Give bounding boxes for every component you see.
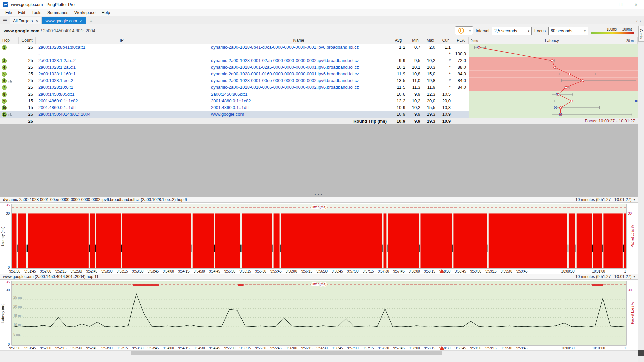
col-header-max[interactable]: Max: [423, 37, 438, 44]
ip-cell[interactable]: 2a00:1028:8b41:d0ca::1: [36, 44, 208, 51]
name-cell[interactable]: 2a00:1450:805d::1: [208, 91, 389, 98]
min-cell: 10,8: [408, 71, 423, 77]
hop-row-2[interactable]: -*100,0: [0, 51, 638, 57]
menu-help[interactable]: Help: [98, 10, 113, 15]
ip-cell[interactable]: 2001:4860:0:1::1c82: [36, 98, 208, 104]
ip-cell[interactable]: 2a00:1028:1:2a5::1: [36, 64, 208, 71]
avg-cell: 10,9: [389, 111, 408, 118]
avg-cell: 11,9: [389, 71, 408, 77]
name-cell[interactable]: dynamic-2a00-1028-0001-02a5-0000-0000-00…: [208, 57, 389, 64]
name-cell[interactable]: www.google.com: [208, 111, 389, 118]
menu-tools[interactable]: Tools: [29, 10, 44, 15]
ip-cell[interactable]: -: [36, 51, 208, 57]
focus-select[interactable]: 60 seconds ▾: [548, 27, 588, 35]
menu-edit[interactable]: Edit: [15, 10, 29, 15]
name-cell[interactable]: 2001:4860:0:1::1c82: [208, 98, 389, 104]
restore-button[interactable]: ❐: [613, 0, 628, 9]
hop-number-badge: 3: [2, 58, 7, 63]
latency-cell: [469, 77, 638, 84]
hop-row-7[interactable]: 7252a00:1028:10:6::2dynamic-2a00-1028-00…: [0, 84, 638, 91]
timeline-plot-hop11[interactable]: 25 ms20 ms15 ms10 ms5 msJitter (ms)35300…: [0, 280, 638, 350]
col-header-cur[interactable]: Cur: [438, 37, 453, 44]
col-header-latency[interactable]: 0 ms Latency 20 ms: [469, 37, 638, 44]
ip-cell[interactable]: 2a00:1028:1:160::1: [36, 71, 208, 77]
latency-gradient-bar: [591, 32, 634, 34]
range-dropdown-icon[interactable]: ▾: [633, 198, 635, 201]
name-cell[interactable]: 2001:4860:0:1::1dff: [208, 104, 389, 111]
pl-cell: 72,0: [453, 57, 469, 64]
col-header-hop[interactable]: Hop: [0, 37, 19, 44]
alerts-panel-tab[interactable]: Alerts: [638, 26, 644, 42]
menu-workspace[interactable]: Workspace: [71, 10, 98, 15]
tab-list-icon[interactable]: ☰: [0, 17, 10, 24]
round-trip-row: 26 Round Trip (ms) 10,9 9,9 19,3 10,9 Fo…: [0, 118, 638, 124]
svg-text:9:54:30: 9:54:30: [194, 269, 205, 273]
interval-select[interactable]: 2,5 seconds ▾: [492, 27, 532, 35]
timeline-plot-hop6[interactable]: Jitter (ms)3530030Latency (ms)Packet Los…: [0, 203, 638, 274]
minimize-button[interactable]: –: [597, 0, 613, 9]
ip-cell[interactable]: 2a00:1028:10:6::2: [36, 84, 208, 91]
svg-text:9:55:45: 9:55:45: [270, 346, 282, 350]
svg-text:9:56:45: 9:56:45: [332, 269, 343, 273]
col-header-pl[interactable]: PL%: [453, 37, 469, 44]
hop-row-9[interactable]: 9152001:4860:0:1::1c822001:4860:0:1::1c8…: [0, 98, 638, 104]
svg-text:9:53:30: 9:53:30: [132, 346, 144, 350]
tab-all-targets[interactable]: All Targets ✕: [10, 17, 42, 24]
name-cell[interactable]: dynamic-2a00-1028-0001-0160-0000-0000-00…: [208, 71, 389, 77]
col-header-ip[interactable]: IP: [36, 37, 208, 44]
ip-cell[interactable]: 2a00:1028:1:2a5::2: [36, 57, 208, 64]
graph-range-label: 10 minutes (9:51:27 - 10:01:27): [575, 197, 631, 202]
target-ip: 2a00:1450:4014:801::2004: [43, 28, 95, 33]
svg-text:9:57:00: 9:57:00: [347, 346, 359, 350]
hop-row-4[interactable]: 4252a00:1028:1:2a5::1dynamic-2a00-1028-0…: [0, 64, 638, 71]
scrollbar-thumb[interactable]: [131, 351, 442, 355]
svg-text:9:57:30: 9:57:30: [378, 269, 389, 273]
close-tab-icon[interactable]: ✕: [35, 19, 38, 23]
menu-file[interactable]: File: [2, 10, 15, 15]
splitter[interactable]: ●●●: [0, 124, 638, 197]
count-cell: 15: [19, 104, 36, 111]
focus-label: Focus: [534, 28, 546, 33]
col-header-avg[interactable]: Avg: [389, 37, 408, 44]
name-cell[interactable]: dynamic-2a00-1028-0001-02a5-0000-0000-00…: [208, 64, 389, 71]
hop-row-10[interactable]: 10152001:4860:0:1::1dff2001:4860:0:1::1d…: [0, 104, 638, 111]
col-header-min[interactable]: Min: [408, 37, 423, 44]
new-tab-button[interactable]: +: [87, 17, 95, 24]
name-cell[interactable]: [208, 51, 389, 57]
avg-cell: 10,6: [389, 91, 408, 98]
col-header-count[interactable]: Count: [19, 37, 36, 44]
hop-row-5[interactable]: 5252a00:1028:1:160::1dynamic-2a00-1028-0…: [0, 71, 638, 77]
hop-row-3[interactable]: 3252a00:1028:1:2a5::2dynamic-2a00-1028-0…: [0, 57, 638, 64]
col-header-name[interactable]: Name: [208, 37, 389, 44]
pl-cell: [453, 91, 469, 98]
range-dropdown-icon[interactable]: ▾: [633, 275, 635, 278]
ip-cell[interactable]: 2a00:1028:1:ee::2: [36, 77, 208, 84]
latency-cell: [469, 104, 638, 111]
ip-cell[interactable]: 2001:4860:0:1::1dff: [36, 104, 208, 111]
svg-text:9:56:15: 9:56:15: [301, 269, 313, 273]
min-cell: 9,9: [408, 91, 423, 98]
tab-www-google-com[interactable]: www.google.com ✓: [42, 17, 87, 24]
menu-summaries[interactable]: Summaries: [44, 10, 71, 15]
pause-button[interactable]: [455, 26, 467, 35]
svg-text:5 ms: 5 ms: [13, 333, 21, 336]
close-button[interactable]: ✕: [628, 0, 644, 9]
svg-text:9:58:45: 9:58:45: [455, 269, 466, 273]
hop-row-1[interactable]: 1262a00:1028:8b41:d0ca::1dynamic-2a00-10…: [0, 44, 638, 51]
name-cell[interactable]: dynamic-2a00-1028-0010-0006-0000-0000-00…: [208, 84, 389, 91]
pl-cell: 84,0: [453, 71, 469, 77]
ip-cell[interactable]: 2a00:1450:4014:801::2004: [36, 111, 208, 118]
scroll-tabs-right-icon[interactable]: ›: [640, 18, 641, 23]
focus-value: 60 seconds: [551, 28, 572, 33]
splitter-grip-icon[interactable]: ●●●: [314, 193, 324, 196]
hop-row-8[interactable]: 8262a00:1450:805d::12a00:1450:805d::110,…: [0, 91, 638, 98]
hop-row-11[interactable]: 11262a00:1450:4014:801::2004www.google.c…: [0, 111, 638, 118]
hop-cell: 8: [0, 91, 19, 98]
ip-cell[interactable]: 2a00:1450:805d::1: [36, 91, 208, 98]
name-cell[interactable]: dynamic-2a00-1028-0001-00ee-0000-0000-00…: [208, 77, 389, 84]
hop-row-6[interactable]: 6252a00:1028:1:ee::2dynamic-2a00-1028-00…: [0, 77, 638, 84]
horizontal-scrollbar[interactable]: [0, 350, 638, 356]
scroll-tabs-left-icon[interactable]: ‹: [636, 18, 637, 23]
pause-dropdown-icon[interactable]: ▾: [467, 26, 473, 35]
name-cell[interactable]: dynamic-2a00-1028-8b41-d0ca-0000-0000-00…: [208, 44, 389, 51]
